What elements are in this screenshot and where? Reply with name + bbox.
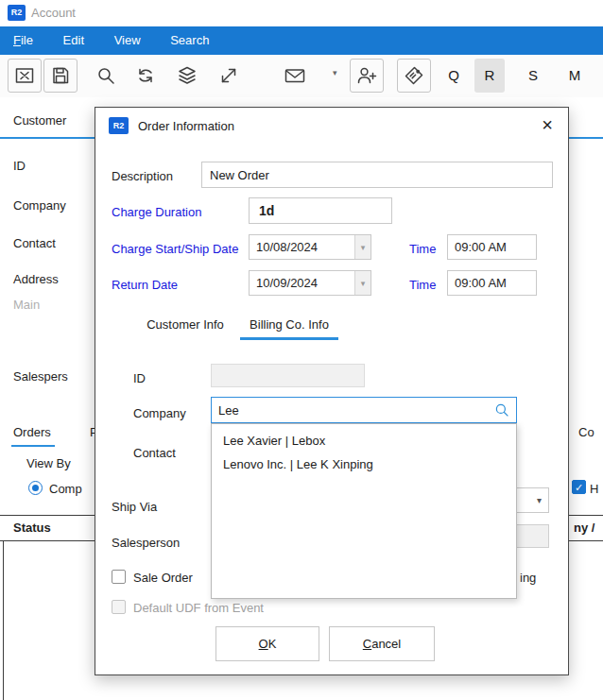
- app-window: R2 Account File Edit View Search ▾: [0, 0, 603, 700]
- return-date-label[interactable]: Return Date: [112, 278, 178, 292]
- refresh-icon[interactable]: [129, 59, 163, 93]
- bg-label-address: Address: [13, 272, 59, 286]
- h-checkbox-label: H: [590, 482, 598, 496]
- ship-via-label: Ship Via: [112, 500, 157, 514]
- comp-radio[interactable]: [28, 481, 43, 495]
- mail-icon[interactable]: [278, 59, 312, 93]
- charge-duration-value: 1d: [259, 203, 274, 218]
- charge-start-date-field[interactable]: 10/08/2024 ▾: [249, 234, 371, 260]
- add-contact-icon[interactable]: [350, 59, 384, 93]
- ship-via-caret-icon: ▾: [537, 495, 542, 505]
- charge-start-label[interactable]: Charge Start/Ship Date: [112, 242, 238, 256]
- save-icon[interactable]: [43, 59, 78, 93]
- bg-label-salesperson: Salespers: [13, 369, 68, 384]
- orders-tab-underline: [11, 445, 55, 447]
- box-x-icon[interactable]: [8, 59, 42, 93]
- cancel-button[interactable]: Cancel: [329, 626, 435, 661]
- comp-radio-label: Comp: [49, 482, 82, 496]
- charge-start-date-value: 10/08/2024: [250, 240, 354, 254]
- h-checkbox[interactable]: ✓: [572, 480, 586, 494]
- company-field: [211, 397, 517, 423]
- charge-duration-field[interactable]: 1d: [249, 197, 392, 224]
- bg-label-view-by: View By: [26, 456, 71, 470]
- ok-button[interactable]: OK: [215, 626, 319, 661]
- return-date-value: 10/09/2024: [250, 276, 354, 290]
- dialog-logo-icon: R2: [109, 117, 129, 134]
- charge-start-date-caret-icon[interactable]: ▾: [354, 235, 370, 259]
- return-time-label[interactable]: Time: [409, 278, 436, 292]
- close-icon[interactable]: ×: [536, 113, 559, 136]
- salesperson-label: Salesperson: [112, 536, 180, 550]
- id-label: ID: [133, 371, 146, 385]
- charge-start-time-value: 09:00 AM: [455, 240, 507, 254]
- sale-order-checkbox[interactable]: [112, 570, 126, 584]
- m-button[interactable]: M: [560, 59, 590, 93]
- tab-customer-info[interactable]: Customer Info: [138, 317, 233, 338]
- default-udf-label: Default UDF from Event: [133, 601, 264, 615]
- description-input[interactable]: [201, 162, 553, 188]
- tab-customer[interactable]: Customer: [13, 113, 66, 128]
- charge-start-time-field[interactable]: 09:00 AM: [447, 234, 537, 260]
- window-title: Account: [31, 0, 76, 26]
- mail-dropdown-caret[interactable]: ▾: [333, 68, 337, 77]
- menu-search[interactable]: Search: [157, 26, 222, 55]
- charge-start-time-label[interactable]: Time: [409, 242, 436, 256]
- bg-fragment-co: Co: [578, 425, 594, 439]
- app-logo-icon: R2: [8, 5, 26, 21]
- menu-file[interactable]: File: [0, 26, 46, 55]
- return-time-field[interactable]: 09:00 AM: [447, 270, 537, 296]
- return-date-caret-icon[interactable]: ▾: [354, 271, 370, 295]
- default-udf-checkbox: [112, 600, 126, 614]
- search-icon[interactable]: [89, 59, 123, 93]
- company-suggestion-dropdown: Lee Xavier | Lebox Lenovo Inc. | Lee K X…: [211, 423, 517, 599]
- tab-billing-co-info[interactable]: Billing Co. Info: [240, 317, 338, 338]
- label-fragment-ing: ing: [520, 571, 536, 585]
- id-input: [211, 364, 365, 387]
- sale-order-label: Sale Order: [133, 571, 193, 585]
- expand-icon[interactable]: [212, 59, 246, 93]
- active-tab-underline: [240, 337, 338, 340]
- charge-duration-label[interactable]: Charge Duration: [112, 205, 201, 219]
- suggestion-item[interactable]: Lenovo Inc. | Lee K Xinping: [212, 452, 516, 476]
- bg-label-id: ID: [13, 159, 26, 173]
- bg-value-main: Main: [13, 298, 40, 312]
- return-time-value: 09:00 AM: [455, 276, 507, 290]
- status-column-header[interactable]: Status: [13, 521, 51, 535]
- company-search-icon[interactable]: [493, 401, 510, 418]
- company-input[interactable]: [212, 403, 493, 418]
- description-label: Description: [112, 169, 173, 183]
- suggestion-item[interactable]: Lee Xavier | Lebox: [212, 429, 516, 452]
- bg-label-company: Company: [13, 198, 66, 213]
- tab-orders[interactable]: Orders: [13, 425, 51, 439]
- contact-label: Contact: [133, 446, 176, 460]
- s-button[interactable]: S: [518, 59, 548, 93]
- q-button[interactable]: Q: [439, 59, 469, 93]
- order-information-dialog: R2 Order Information × Description Charg…: [95, 107, 569, 675]
- menu-edit[interactable]: Edit: [50, 26, 97, 55]
- dialog-title: Order Information: [138, 119, 234, 133]
- menu-bar: File Edit View Search: [0, 26, 603, 55]
- bg-fragment-ny: ny /: [574, 521, 594, 535]
- layers-icon[interactable]: [170, 59, 204, 93]
- title-bar: R2 Account: [0, 0, 603, 26]
- bg-label-contact: Contact: [13, 236, 56, 250]
- toolbar: ▾ Q R S M: [0, 55, 603, 97]
- table-left-border: [3, 540, 4, 700]
- r-button[interactable]: R: [474, 59, 505, 93]
- return-date-field[interactable]: 10/09/2024 ▾: [249, 270, 371, 296]
- tag-icon[interactable]: [397, 59, 431, 93]
- company-label: Company: [133, 406, 186, 420]
- menu-view[interactable]: View: [101, 26, 154, 55]
